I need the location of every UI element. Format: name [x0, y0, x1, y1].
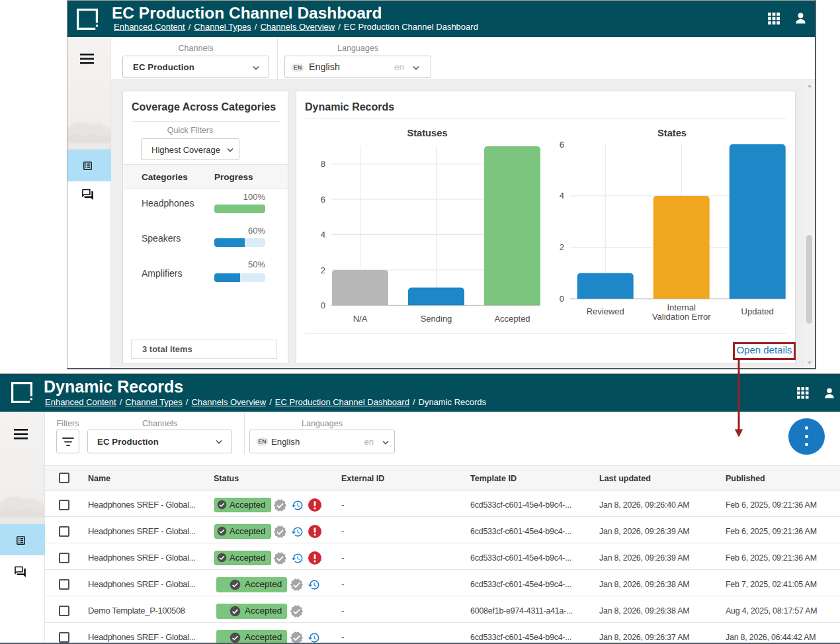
svg-text:2: 2 [321, 265, 325, 275]
svg-text:Sending: Sending [421, 314, 452, 324]
svg-text:6: 6 [321, 195, 325, 205]
svg-text:0: 0 [560, 294, 564, 304]
svg-text:Statuses: Statuses [407, 128, 447, 138]
svg-text:Accepted: Accepted [494, 314, 530, 324]
svg-text:6: 6 [560, 140, 564, 150]
svg-text:Internal: Internal [667, 302, 696, 312]
svg-text:4: 4 [321, 230, 325, 240]
svg-text:Updated: Updated [741, 306, 774, 316]
svg-text:Validation Error: Validation Error [652, 312, 711, 322]
svg-text:N/A: N/A [353, 314, 368, 324]
svg-text:2: 2 [560, 242, 564, 252]
svg-text:8: 8 [321, 159, 325, 169]
svg-text:Reviewed: Reviewed [587, 306, 624, 316]
svg-text:0: 0 [321, 300, 325, 310]
svg-text:4: 4 [560, 191, 564, 201]
svg-text:States: States [657, 128, 687, 138]
